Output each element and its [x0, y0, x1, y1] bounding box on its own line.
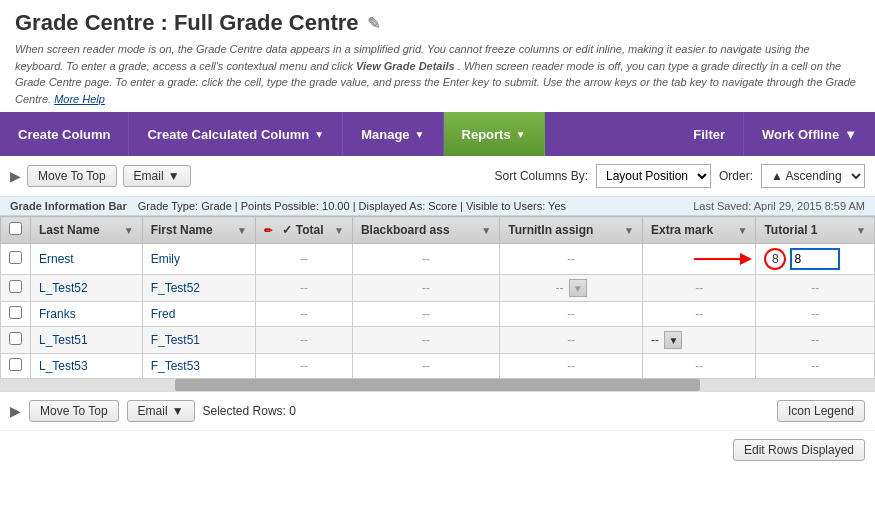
row1-total: -- [256, 275, 353, 302]
email-button-bottom[interactable]: Email ▼ [127, 400, 195, 422]
row0-total: -- [256, 244, 353, 275]
total-menu-btn[interactable]: ▼ [334, 225, 344, 236]
select-all-checkbox[interactable] [9, 222, 22, 235]
create-column-button[interactable]: Create Column [0, 112, 129, 156]
tutorial-header[interactable]: Tutorial 1 ▼ [756, 217, 875, 244]
horizontal-scrollbar[interactable] [0, 379, 875, 391]
grade-info-left: Grade Information Bar Grade Type: Grade … [10, 200, 566, 212]
last-name-header[interactable]: Last Name ▼ [31, 217, 143, 244]
email-caret-top: ▼ [168, 169, 180, 183]
turnitin-dropdown-row1[interactable]: ▼ [569, 279, 587, 297]
tutorial-value-badge: 8 [764, 248, 786, 270]
email-label-top: Email [134, 169, 164, 183]
scrollbar-thumb[interactable] [175, 379, 700, 391]
reports-caret: ▼ [516, 129, 526, 140]
tutorial-header-label: Tutorial 1 [764, 223, 817, 237]
row0-tutorial[interactable]: 8 [756, 244, 875, 275]
selected-rows-text: Selected Rows: 0 [203, 404, 296, 418]
email-caret-bottom: ▼ [172, 404, 184, 418]
row4-total: -- [256, 354, 353, 379]
move-to-top-button-bottom[interactable]: Move To Top [29, 400, 119, 422]
edit-rows-button[interactable]: Edit Rows Displayed [733, 439, 865, 461]
row3-first-name: F_Test51 [142, 327, 255, 354]
row1-checkbox[interactable] [9, 280, 22, 293]
last-name-header-label: Last Name [39, 223, 100, 237]
title-text: Grade Centre : Full Grade Centre [15, 10, 359, 36]
grade-table: Last Name ▼ First Name ▼ ✏ ✓ Total ▼ [0, 216, 875, 379]
order-label: Order: [719, 169, 753, 183]
edit-rows-area: Edit Rows Displayed [0, 430, 875, 469]
last-name-menu-btn[interactable]: ▼ [124, 225, 134, 236]
row2-extra: -- [643, 302, 756, 327]
first-name-menu-btn[interactable]: ▼ [237, 225, 247, 236]
icon-legend-label: Icon Legend [788, 404, 854, 418]
order-select[interactable]: ▲ Ascending [761, 164, 865, 188]
turnitin-header-label: TurnitIn assign [508, 223, 593, 237]
create-calculated-label: Create Calculated Column [147, 127, 309, 142]
row2-checkbox[interactable] [9, 306, 22, 319]
blackboard-header[interactable]: Blackboard ass ▼ [352, 217, 499, 244]
grade-info-label: Grade Information Bar [10, 200, 127, 212]
toolbar-spacer [545, 112, 676, 156]
bottom-action-bar: ▶ Move To Top Email ▼ Selected Rows: 0 I… [0, 391, 875, 430]
filter-button[interactable]: Filter [675, 112, 744, 156]
row1-turnitin: -- ▼ [500, 275, 643, 302]
row4-extra: -- [643, 354, 756, 379]
last-saved-text: Last Saved: April 29, 2015 8:59 AM [693, 200, 865, 212]
sort-select[interactable]: Layout Position [596, 164, 711, 188]
table-body: Ernest Emily -- -- -- -- 8 [1, 244, 875, 379]
row3-extra: -- ▼ [643, 327, 756, 354]
tutorial-input[interactable] [790, 248, 840, 270]
extra-menu-btn[interactable]: ▼ [737, 225, 747, 236]
total-header[interactable]: ✏ ✓ Total ▼ [256, 217, 353, 244]
page-header: Grade Centre : Full Grade Centre ✎ When … [0, 0, 875, 112]
create-calculated-button[interactable]: Create Calculated Column ▼ [129, 112, 343, 156]
create-calculated-caret: ▼ [314, 129, 324, 140]
more-help-link[interactable]: More Help [54, 93, 105, 105]
total-header-label: ✓ Total [282, 223, 323, 237]
row4-checkbox-cell [1, 354, 31, 379]
row3-total: -- [256, 327, 353, 354]
tutorial-menu-btn[interactable]: ▼ [856, 225, 866, 236]
turnitin-header[interactable]: TurnitIn assign ▼ [500, 217, 643, 244]
table-header-row: Last Name ▼ First Name ▼ ✏ ✓ Total ▼ [1, 217, 875, 244]
row0-checkbox-cell [1, 244, 31, 275]
top-action-left: ▶ Move To Top Email ▼ [10, 165, 191, 187]
checkbox-col-header [1, 217, 31, 244]
grade-info-bar: Grade Information Bar Grade Type: Grade … [0, 197, 875, 216]
row4-last-name: L_Test53 [31, 354, 143, 379]
page-title: Grade Centre : Full Grade Centre ✎ [15, 10, 860, 36]
first-name-header[interactable]: First Name ▼ [142, 217, 255, 244]
row1-last-name: L_Test52 [31, 275, 143, 302]
row3-checkbox[interactable] [9, 332, 22, 345]
row2-tutorial: -- [756, 302, 875, 327]
icon-legend-button[interactable]: Icon Legend [777, 400, 865, 422]
edit-icon[interactable]: ✎ [367, 14, 380, 33]
row0-turnitin: -- [500, 244, 643, 275]
row0-checkbox[interactable] [9, 251, 22, 264]
manage-caret: ▼ [415, 129, 425, 140]
move-to-top-button-top[interactable]: Move To Top [27, 165, 117, 187]
manage-button[interactable]: Manage ▼ [343, 112, 443, 156]
extra-header[interactable]: Extra mark ▼ [643, 217, 756, 244]
extra-dropdown-row3[interactable]: ▼ [664, 331, 682, 349]
turnitin-menu-btn[interactable]: ▼ [624, 225, 634, 236]
blackboard-menu-btn[interactable]: ▼ [481, 225, 491, 236]
row2-blackboard: -- [352, 302, 499, 327]
email-button-top[interactable]: Email ▼ [123, 165, 191, 187]
work-offline-button[interactable]: Work Offline ▼ [744, 112, 875, 156]
sort-label: Sort Columns By: [495, 169, 588, 183]
nav-arrow-left[interactable]: ▶ [10, 168, 21, 184]
row3-blackboard: -- [352, 327, 499, 354]
move-to-top-label: Move To Top [38, 169, 106, 183]
row3-last-name: L_Test51 [31, 327, 143, 354]
main-toolbar: Create Column Create Calculated Column ▼… [0, 112, 875, 156]
row4-turnitin: -- [500, 354, 643, 379]
reports-button[interactable]: Reports ▼ [444, 112, 545, 156]
row2-first-name: Fred [142, 302, 255, 327]
row2-last-name: Franks [31, 302, 143, 327]
nav-arrow-bottom-left[interactable]: ▶ [10, 403, 21, 419]
grade-info-text: Grade Type: Grade | Points Possible: 10.… [138, 200, 566, 212]
row4-checkbox[interactable] [9, 358, 22, 371]
work-offline-label: Work Offline [762, 127, 839, 142]
